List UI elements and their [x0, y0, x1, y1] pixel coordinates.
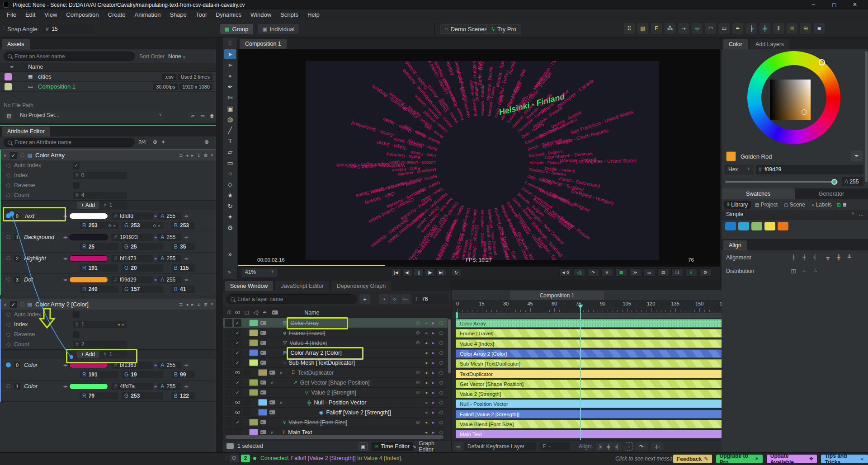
frame-offset-field[interactable]: F - — [540, 442, 570, 451]
swatch-chip[interactable] — [778, 222, 788, 230]
menu-file[interactable]: File — [3, 10, 20, 19]
distribute-v-icon[interactable]: ≡ — [799, 266, 809, 275]
rows-icon[interactable]: ≣ — [787, 23, 797, 34]
next-key-icon[interactable]: ▸ — [432, 410, 434, 415]
solo-filter-icon[interactable]: ⁘ — [390, 294, 400, 304]
trash-icon[interactable]: 🗑 — [208, 111, 216, 121]
hex-field[interactable]: #bf1473 — [111, 255, 153, 262]
layer-color-swatch[interactable] — [249, 319, 258, 326]
channel-field-b[interactable]: B35 — [171, 243, 195, 250]
attribute-row-index[interactable]: Index#1◂▸ — [1, 319, 216, 329]
channel-field-b[interactable]: B41 — [171, 286, 195, 293]
channel-field-r[interactable]: R191 — [80, 371, 118, 378]
range-start-handle[interactable] — [456, 312, 458, 319]
box-icon[interactable]: ▧ — [637, 23, 648, 34]
color-swatch[interactable] — [69, 383, 108, 390]
layer-color-swatch[interactable] — [249, 339, 258, 346]
tips-and-tricks-button[interactable]: Tips and Tricks➢ — [821, 455, 868, 463]
sort-order-select[interactable]: None ∨ — [168, 53, 186, 60]
target-tool[interactable]: ⌖ — [224, 71, 236, 81]
scene-frame-field[interactable]: F 76 — [413, 294, 448, 304]
attribute-row-reverse[interactable]: Reverse — [1, 329, 216, 339]
project-select[interactable]: No Project Set...∨ — [16, 111, 165, 121]
color-swatch[interactable] — [69, 234, 108, 240]
menu-dynamics[interactable]: Dynamics — [212, 10, 245, 19]
menu-view[interactable]: View — [40, 10, 61, 19]
align-right-icon[interactable]: ╡ — [810, 253, 820, 262]
filter-scene-button[interactable]: ▢ Scene — [782, 201, 807, 209]
expander-icon[interactable]: ∨ — [279, 371, 283, 375]
channel-field-b[interactable]: B115 — [171, 264, 195, 272]
audio-icon[interactable]: ◁) — [573, 268, 585, 277]
distribute-grid-icon[interactable]: ∴ — [810, 266, 820, 275]
alpha-field[interactable]: A 255 — [842, 177, 863, 186]
menu-icon[interactable]: ≣ — [204, 153, 208, 158]
prev-key-icon[interactable]: ◂ — [425, 400, 427, 405]
key-toggle-icon[interactable] — [439, 401, 443, 404]
align-left-icon[interactable]: ╞ — [746, 23, 757, 34]
hex-field[interactable]: #fdfdfd — [111, 212, 153, 220]
arc-icon[interactable]: ◠ — [705, 23, 716, 34]
tab-add-layers[interactable]: Add Layers — [750, 39, 789, 49]
skew-tool[interactable]: ▱ — [224, 147, 236, 157]
layer-row[interactable]: ✓≡Sub-Mesh [TextDuplicator]◂▸ — [223, 358, 448, 368]
menu-scripts[interactable]: Scripts — [276, 10, 302, 19]
columns-icon[interactable]: ⫴ — [773, 23, 784, 34]
distribute-h-icon[interactable]: ◫ — [788, 266, 798, 275]
display-icon[interactable]: ▭ — [198, 111, 207, 121]
tab-generator[interactable]: Generator — [795, 188, 868, 199]
zoom-level-select[interactable]: 41%∨ — [241, 268, 278, 277]
group-button[interactable]: ▩Group — [220, 24, 253, 34]
pen-text-icon[interactable]: ✒ — [732, 23, 743, 34]
align-v-center-icon[interactable]: ╫ — [834, 253, 844, 262]
polygon-tool[interactable]: ◇ — [224, 179, 236, 189]
prev-key-icon[interactable]: ◂ — [425, 380, 427, 385]
next-key-icon[interactable]: ▸ — [191, 153, 193, 158]
channel-field-g[interactable]: G157 — [122, 286, 163, 293]
demo-scenes-button[interactable]: ∷Demo Scenes — [440, 24, 492, 34]
composition-canvas[interactable]: Helsinki - Finland Helsinki - FinlandSto… — [306, 61, 659, 260]
star-tool[interactable]: ★ — [224, 190, 236, 200]
expander-icon[interactable]: ∨ — [270, 380, 274, 385]
channel-field-g[interactable]: G253◇▸ — [122, 222, 163, 229]
rectangle-tool[interactable]: ▭ — [224, 158, 236, 168]
align-bottom-icon[interactable]: ╨ — [844, 253, 854, 262]
pause-button[interactable]: || — [414, 268, 424, 277]
scene-vscrollbar[interactable] — [448, 319, 451, 373]
section-header[interactable]: ∨✓▤Color Array⊐◂▸↧≣× — [1, 150, 216, 160]
panel-handle[interactable]: ⠿ — [224, 38, 236, 48]
prev-key-icon[interactable]: ◂ — [425, 350, 427, 355]
align-center-icon[interactable]: ╪ — [760, 23, 770, 34]
key-toggle-icon[interactable] — [439, 371, 443, 375]
next-key-icon[interactable]: ▸ — [432, 400, 434, 405]
scissors-tool[interactable]: ✄ — [224, 93, 236, 103]
next-key-icon[interactable]: ▸ — [432, 370, 434, 375]
prev-key-icon[interactable]: ◂ — [425, 330, 427, 335]
key-toggle-icon[interactable] — [439, 321, 443, 325]
checkbox[interactable]: ✓ — [73, 162, 80, 169]
asset-row[interactable]: ▦cities.csvUsed 2 times — [0, 72, 216, 82]
toolbar-handle[interactable]: ⋮ — [2, 25, 6, 30]
checker-icon[interactable]: ⠿ — [685, 268, 697, 277]
layer-row[interactable]: ✓▤Color Array 2 [Color]◂▸ — [223, 348, 448, 358]
hex-field[interactable]: # f09d29 — [756, 165, 863, 174]
tab-scene-window[interactable]: Scene Window — [225, 281, 273, 291]
zoom-attr-icon[interactable]: ⊕ — [153, 139, 157, 145]
layer-row[interactable]: ✓▽Value 4 [Index]⊘◂▸ — [223, 338, 448, 348]
menu-help[interactable]: Help — [303, 10, 324, 19]
color-swatch[interactable] — [69, 255, 108, 262]
filter-project-button[interactable]: ▤ Project — [753, 201, 780, 209]
layer-color-swatch[interactable] — [249, 379, 258, 386]
swatch-group-select[interactable]: Simple∨ — [724, 211, 856, 219]
channel-field-r[interactable]: R240 — [80, 286, 118, 293]
swatch-chip[interactable] — [738, 222, 749, 230]
checkbox[interactable] — [73, 311, 80, 318]
camera-counter-icon[interactable]: ◄ 0 — [559, 268, 571, 277]
channel-field-r[interactable]: R25 — [80, 243, 118, 250]
menu-composition[interactable]: Composition — [62, 10, 103, 19]
next-key-icon[interactable]: ▸ — [432, 430, 434, 435]
attribute-row-reverse[interactable]: Reverse — [1, 180, 216, 190]
hex-field[interactable]: #4ffd7a — [111, 383, 153, 390]
node-editor-icon[interactable]: ⊐ — [179, 153, 183, 158]
menu-icon[interactable]: ≣ — [204, 302, 208, 307]
